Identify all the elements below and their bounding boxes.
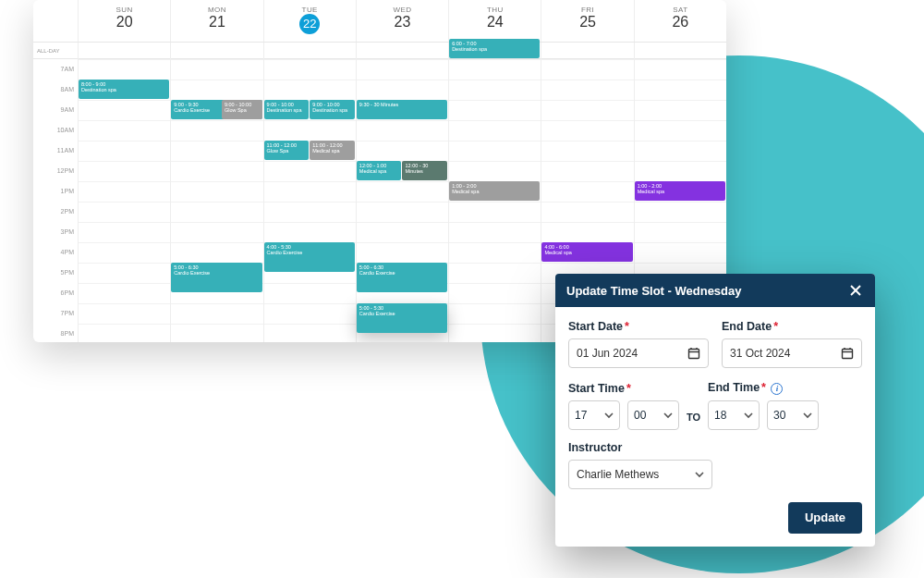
day-header-sat[interactable]: SAT26 bbox=[634, 0, 726, 42]
to-separator: TO bbox=[687, 412, 700, 430]
calendar-event[interactable]: 9:00 - 10:00Glow Spa bbox=[222, 100, 262, 119]
all-day-row: ALL-DAY bbox=[33, 43, 726, 59]
all-day-label: ALL-DAY bbox=[33, 43, 78, 59]
dow: SUN bbox=[79, 0, 170, 14]
chevron-down-icon bbox=[744, 411, 753, 420]
calendar-event[interactable]: 6:00 - 7:00Destination spa bbox=[449, 39, 540, 58]
instructor-field: Instructor Charlie Methews bbox=[568, 441, 862, 489]
chevron-down-icon bbox=[604, 411, 614, 420]
calendar-event[interactable]: 12:00 - 1:00Medical spa bbox=[357, 161, 402, 180]
required-marker: * bbox=[625, 320, 629, 333]
modal-title: Update Time Slot - Wednesday bbox=[566, 284, 742, 298]
day-header-mon[interactable]: MON21 bbox=[170, 0, 262, 42]
calendar-event[interactable]: 8:00 - 9:00Destination spa bbox=[79, 80, 169, 99]
start-minute-select[interactable]: 00 bbox=[627, 400, 679, 430]
update-button[interactable]: Update bbox=[788, 502, 862, 534]
instructor-select[interactable]: Charlie Methews bbox=[568, 460, 712, 489]
col-tue[interactable]: 9:00 - 10:00Destination spa9:00 - 10:00D… bbox=[263, 59, 356, 342]
calendar-event[interactable]: 5:00 - 6:30Cardio Exercise bbox=[357, 263, 447, 292]
calendar-event[interactable]: 5:00 - 6:30Cardio Exercise bbox=[171, 263, 261, 292]
calendar-event[interactable]: 4:00 - 5:30Cardio Exercise bbox=[264, 242, 355, 272]
day-header-sun[interactable]: SUN20 bbox=[78, 0, 170, 42]
end-date-input[interactable]: 31 Oct 2024 bbox=[722, 338, 862, 368]
modal-header: Update Time Slot - Wednesday bbox=[555, 274, 875, 307]
col-sun[interactable]: 8:00 - 9:00Destination spa bbox=[78, 59, 170, 342]
col-thu[interactable]: 6:00 - 7:00Destination spa1:00 - 2:00Med… bbox=[448, 59, 541, 342]
svg-rect-6 bbox=[843, 350, 853, 359]
end-minute-select[interactable]: 30 bbox=[767, 400, 819, 430]
calendar-event[interactable]: 11:00 - 12:00Glow Spa bbox=[264, 141, 310, 160]
day-header-fri[interactable]: FRI25 bbox=[541, 0, 633, 42]
chevron-down-icon bbox=[663, 411, 673, 420]
calendar-event[interactable]: 4:00 - 6:00Medical spa bbox=[541, 242, 632, 262]
calendar-event[interactable]: 1:00 - 2:00Medical spa bbox=[449, 181, 540, 201]
start-date-input[interactable]: 01 Jun 2024 bbox=[568, 338, 709, 368]
calendar-event[interactable]: 9:00 - 10:00Destination spa bbox=[310, 100, 355, 119]
calendar-event[interactable]: 9:00 - 10:00Destination spa bbox=[264, 100, 310, 119]
day-header-wed[interactable]: WED23 bbox=[356, 0, 448, 42]
info-icon[interactable]: i bbox=[771, 383, 783, 395]
svg-rect-2 bbox=[689, 350, 699, 359]
end-time-field: End Time* i 18 30 bbox=[708, 381, 819, 430]
calendar-event[interactable]: 11:00 - 12:00Medical spa bbox=[310, 141, 355, 160]
start-date-field: Start Date* 01 Jun 2024 bbox=[568, 320, 709, 368]
end-hour-select[interactable]: 18 bbox=[708, 400, 760, 430]
col-wed[interactable]: 9:30 - 30 Minutes12:00 - 1:00Medical spa… bbox=[356, 59, 448, 342]
calendar-event[interactable]: 12:00 - 30 Minutes bbox=[402, 161, 447, 180]
day-header-thu[interactable]: THU24 bbox=[448, 0, 541, 42]
col-mon[interactable]: 9:00 - 9:30Cardio Exercise9:00 - 10:00Gl… bbox=[170, 59, 262, 342]
start-time-field: Start Time* 17 00 bbox=[568, 382, 679, 430]
calendar-icon bbox=[841, 347, 854, 360]
start-hour-select[interactable]: 17 bbox=[568, 400, 620, 430]
calendar-event[interactable]: 1:00 - 2:00Medical spa bbox=[635, 181, 725, 201]
calendar-header: SUN20 MON21 TUE22 WED23 THU24 FRI25 SAT2… bbox=[33, 0, 726, 43]
update-time-slot-modal: Update Time Slot - Wednesday Start Date*… bbox=[555, 274, 875, 547]
calendar-event[interactable]: 5:00 - 5:30Cardio Exercise bbox=[357, 303, 447, 333]
chevron-down-icon bbox=[803, 411, 812, 420]
calendar-event[interactable]: 9:30 - 30 Minutes bbox=[357, 100, 447, 119]
end-date-field: End Date* 31 Oct 2024 bbox=[722, 320, 862, 368]
chevron-down-icon bbox=[695, 470, 704, 479]
close-icon[interactable] bbox=[847, 282, 864, 299]
calendar-icon bbox=[687, 347, 700, 360]
hour-gutter: 7AM 8AM 9AM 10AM 11AM 12PM 1PM 2PM 3PM 4… bbox=[33, 59, 78, 342]
dom: 20 bbox=[79, 14, 170, 31]
day-header-tue[interactable]: TUE22 bbox=[263, 0, 356, 42]
